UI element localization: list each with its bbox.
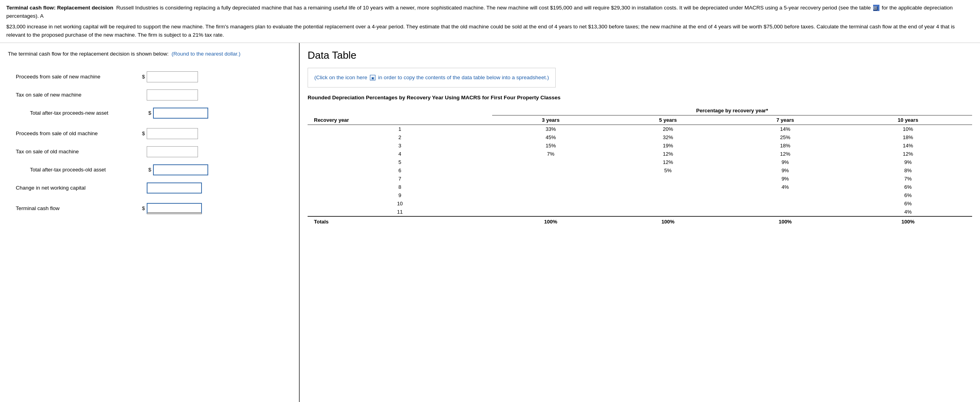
total-new-row: Total after-tax proceeds-new asset $ [16,104,291,122]
cell-r5-c0: 5 [308,158,492,166]
cell-r1-c1: 33% [492,125,609,133]
proceeds-new-dollar: $ [142,74,145,80]
left-panel: The terminal cash flow for the replaceme… [0,43,300,402]
col-headers-row: Recovery year 3 years 5 years 7 years 10… [308,115,972,125]
copy-notice: (Click on the icon here ▣ in order to co… [308,68,556,87]
cell-r7-c4: 7% [844,175,972,183]
cell-r7-c0: 7 [308,175,492,183]
cell-r11-c4: 4% [844,208,972,216]
cell-r9-c3 [726,191,844,199]
total-new-label: Total after-tax proceeds-new asset [22,110,148,116]
cell-r4-c4: 12% [844,150,972,158]
cell-r7-c2 [609,175,726,183]
table-row: 106% [308,199,972,208]
cell-r10-c3 [726,199,844,208]
cell-r2-c2: 32% [609,133,726,141]
table-row: 96% [308,191,972,199]
form-section: Proceeds from sale of new machine $ Tax … [8,68,291,218]
cell-r9-c4: 6% [844,191,972,199]
problem-paragraph-2: $23,000 increase in net working capital … [6,23,974,39]
total-new-input[interactable] [153,108,208,119]
total-10yr: 100% [844,216,972,226]
copy-icon[interactable]: ▣ [370,75,375,80]
cell-r5-c4: 9% [844,158,972,166]
cell-r8-c1 [492,183,609,191]
total-old-dollar: $ [148,167,151,173]
table-row: 114% [308,208,972,216]
table-row: 47%12%12%12% [308,150,972,158]
tax-new-input[interactable] [147,89,198,100]
cell-r2-c1: 45% [492,133,609,141]
change-nwc-label: Change in net working capital [16,185,142,191]
cell-r1-c2: 20% [609,125,726,133]
col-header-7yr: 7 years [726,115,844,125]
cell-r6-c2: 5% [609,166,726,175]
problem-text3: $23,000 increase in net working capital … [6,24,955,38]
cell-r3-c2: 19% [609,141,726,150]
problem-text-area: Terminal cash flow: Replacement decision… [0,0,980,43]
cell-r1-c0: 1 [308,125,492,133]
tax-new-row: Tax on sale of new machine $ [16,86,291,104]
cell-r10-c4: 6% [844,199,972,208]
table-row: 512%9%9% [308,158,972,166]
tax-new-label: Tax on sale of new machine [16,92,142,98]
terminal-row: Terminal cash flow $ [16,199,291,218]
cell-r11-c2 [609,208,726,216]
cell-r8-c0: 8 [308,183,492,191]
cell-r8-c4: 6% [844,183,972,191]
total-old-input[interactable] [153,164,208,175]
total-old-row: Total after-tax proceeds-old asset $ [16,161,291,179]
copy-text1: (Click on the icon here [314,74,367,80]
tax-old-label: Tax on sale of old machine [16,149,142,154]
cell-r4-c3: 12% [726,150,844,158]
tax-old-input[interactable] [147,146,198,157]
round-note: (Round to the nearest dollar.) [172,51,241,57]
cell-r7-c1 [492,175,609,183]
table-row: 84%6% [308,183,972,191]
main-container: Terminal cash flow: Replacement decision… [0,0,980,402]
cell-r11-c3 [726,208,844,216]
macrs-body: 133%20%14%10%245%32%25%18%315%19%18%14%4… [308,125,972,216]
cell-r9-c1 [492,191,609,199]
pct-header-row: Percentage by recovery year* [308,106,972,115]
total-5yr: 100% [609,216,726,226]
cell-r8-c2 [609,183,726,191]
cell-r2-c4: 18% [844,133,972,141]
change-nwc-row: Change in net working capital $ [16,179,291,197]
change-nwc-input[interactable] [147,182,202,194]
cell-r9-c2 [609,191,726,199]
instruction-line: The terminal cash flow for the replaceme… [8,51,291,57]
cell-r1-c3: 14% [726,125,844,133]
terminal-dollar: $ [142,205,145,211]
cell-r3-c1: 15% [492,141,609,150]
cell-r1-c4: 10% [844,125,972,133]
grid-icon[interactable]: ⊞ [873,5,879,11]
totals-label: Totals [308,216,492,226]
proceeds-old-input[interactable] [147,128,198,139]
data-table-title: Data Table [308,49,972,61]
proceeds-old-dollar: $ [142,130,145,136]
proceeds-new-input[interactable] [147,71,198,82]
cell-r10-c1 [492,199,609,208]
proceeds-new-row: Proceeds from sale of new machine $ [16,68,291,86]
cell-r4-c2: 12% [609,150,726,158]
problem-title: Terminal cash flow: Replacement decision [6,5,113,11]
table-row: 65%9%8% [308,166,972,175]
cell-r3-c3: 18% [726,141,844,150]
col-header-3yr: 3 years [492,115,609,125]
cell-r6-c1 [492,166,609,175]
table-row: 79%7% [308,175,972,183]
cell-r4-c1: 7% [492,150,609,158]
table-row: 133%20%14%10% [308,125,972,133]
tax-old-row: Tax on sale of old machine $ [16,143,291,161]
cell-r11-c1 [492,208,609,216]
totals-row: Totals 100% 100% 100% 100% [308,216,972,226]
cell-r3-c0: 3 [308,141,492,150]
cell-r4-c0: 4 [308,150,492,158]
col-header-recovery: Recovery year [308,115,492,125]
terminal-input[interactable] [147,203,202,214]
content-area: The terminal cash flow for the replaceme… [0,43,980,402]
cell-r7-c3: 9% [726,175,844,183]
cell-r6-c4: 8% [844,166,972,175]
total-new-dollar: $ [148,110,151,116]
